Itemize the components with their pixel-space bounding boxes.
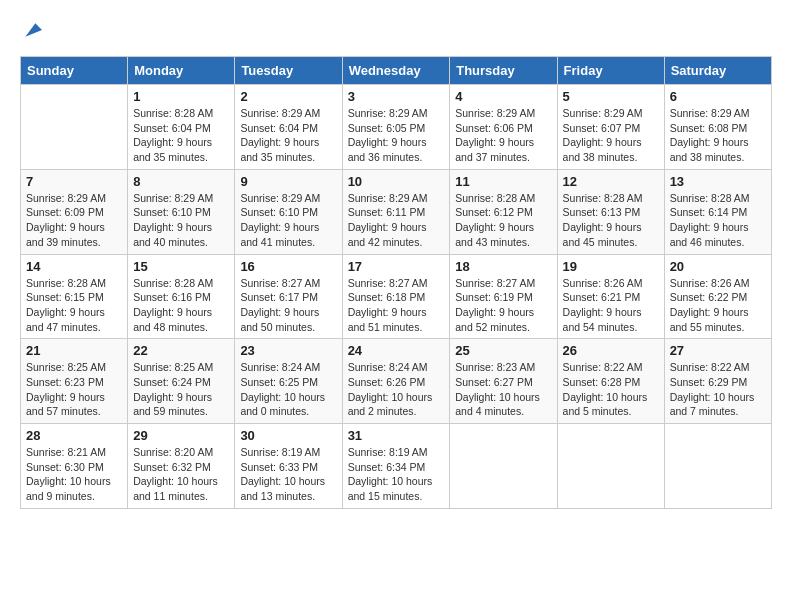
day-detail: Sunrise: 8:27 AMSunset: 6:19 PMDaylight:… (455, 276, 551, 335)
day-detail: Sunrise: 8:29 AMSunset: 6:11 PMDaylight:… (348, 191, 445, 250)
day-detail: Sunrise: 8:29 AMSunset: 6:07 PMDaylight:… (563, 106, 659, 165)
calendar-body: 1Sunrise: 8:28 AMSunset: 6:04 PMDaylight… (21, 85, 772, 509)
day-number: 26 (563, 343, 659, 358)
day-number: 1 (133, 89, 229, 104)
calendar-cell: 20Sunrise: 8:26 AMSunset: 6:22 PMDayligh… (664, 254, 771, 339)
day-number: 3 (348, 89, 445, 104)
day-detail: Sunrise: 8:23 AMSunset: 6:27 PMDaylight:… (455, 360, 551, 419)
calendar-cell: 9Sunrise: 8:29 AMSunset: 6:10 PMDaylight… (235, 169, 342, 254)
logo-icon (22, 20, 42, 40)
day-detail: Sunrise: 8:28 AMSunset: 6:13 PMDaylight:… (563, 191, 659, 250)
day-detail: Sunrise: 8:26 AMSunset: 6:22 PMDaylight:… (670, 276, 766, 335)
day-number: 4 (455, 89, 551, 104)
calendar-cell: 5Sunrise: 8:29 AMSunset: 6:07 PMDaylight… (557, 85, 664, 170)
calendar-cell: 4Sunrise: 8:29 AMSunset: 6:06 PMDaylight… (450, 85, 557, 170)
day-number: 22 (133, 343, 229, 358)
column-header-monday: Monday (128, 57, 235, 85)
day-detail: Sunrise: 8:29 AMSunset: 6:05 PMDaylight:… (348, 106, 445, 165)
calendar-cell: 10Sunrise: 8:29 AMSunset: 6:11 PMDayligh… (342, 169, 450, 254)
day-detail: Sunrise: 8:29 AMSunset: 6:10 PMDaylight:… (133, 191, 229, 250)
calendar-week-row: 7Sunrise: 8:29 AMSunset: 6:09 PMDaylight… (21, 169, 772, 254)
calendar-cell: 25Sunrise: 8:23 AMSunset: 6:27 PMDayligh… (450, 339, 557, 424)
calendar-cell: 3Sunrise: 8:29 AMSunset: 6:05 PMDaylight… (342, 85, 450, 170)
day-detail: Sunrise: 8:25 AMSunset: 6:24 PMDaylight:… (133, 360, 229, 419)
calendar-week-row: 28Sunrise: 8:21 AMSunset: 6:30 PMDayligh… (21, 424, 772, 509)
day-number: 21 (26, 343, 122, 358)
day-number: 23 (240, 343, 336, 358)
day-detail: Sunrise: 8:28 AMSunset: 6:04 PMDaylight:… (133, 106, 229, 165)
calendar-cell (450, 424, 557, 509)
calendar-week-row: 1Sunrise: 8:28 AMSunset: 6:04 PMDaylight… (21, 85, 772, 170)
calendar-cell: 29Sunrise: 8:20 AMSunset: 6:32 PMDayligh… (128, 424, 235, 509)
calendar-cell: 30Sunrise: 8:19 AMSunset: 6:33 PMDayligh… (235, 424, 342, 509)
calendar-cell (557, 424, 664, 509)
calendar-cell: 26Sunrise: 8:22 AMSunset: 6:28 PMDayligh… (557, 339, 664, 424)
calendar-cell: 7Sunrise: 8:29 AMSunset: 6:09 PMDaylight… (21, 169, 128, 254)
day-number: 13 (670, 174, 766, 189)
calendar-cell: 14Sunrise: 8:28 AMSunset: 6:15 PMDayligh… (21, 254, 128, 339)
day-detail: Sunrise: 8:28 AMSunset: 6:12 PMDaylight:… (455, 191, 551, 250)
calendar-cell: 31Sunrise: 8:19 AMSunset: 6:34 PMDayligh… (342, 424, 450, 509)
day-detail: Sunrise: 8:29 AMSunset: 6:04 PMDaylight:… (240, 106, 336, 165)
calendar-table: SundayMondayTuesdayWednesdayThursdayFrid… (20, 56, 772, 509)
column-header-saturday: Saturday (664, 57, 771, 85)
calendar-cell: 13Sunrise: 8:28 AMSunset: 6:14 PMDayligh… (664, 169, 771, 254)
day-number: 9 (240, 174, 336, 189)
calendar-cell: 23Sunrise: 8:24 AMSunset: 6:25 PMDayligh… (235, 339, 342, 424)
day-detail: Sunrise: 8:19 AMSunset: 6:34 PMDaylight:… (348, 445, 445, 504)
day-number: 27 (670, 343, 766, 358)
calendar-cell: 22Sunrise: 8:25 AMSunset: 6:24 PMDayligh… (128, 339, 235, 424)
day-number: 31 (348, 428, 445, 443)
calendar-cell: 24Sunrise: 8:24 AMSunset: 6:26 PMDayligh… (342, 339, 450, 424)
day-number: 18 (455, 259, 551, 274)
day-number: 25 (455, 343, 551, 358)
day-detail: Sunrise: 8:28 AMSunset: 6:14 PMDaylight:… (670, 191, 766, 250)
day-detail: Sunrise: 8:19 AMSunset: 6:33 PMDaylight:… (240, 445, 336, 504)
day-detail: Sunrise: 8:27 AMSunset: 6:18 PMDaylight:… (348, 276, 445, 335)
calendar-cell: 27Sunrise: 8:22 AMSunset: 6:29 PMDayligh… (664, 339, 771, 424)
day-number: 20 (670, 259, 766, 274)
calendar-header-row: SundayMondayTuesdayWednesdayThursdayFrid… (21, 57, 772, 85)
day-number: 15 (133, 259, 229, 274)
day-number: 11 (455, 174, 551, 189)
day-number: 19 (563, 259, 659, 274)
column-header-thursday: Thursday (450, 57, 557, 85)
day-number: 16 (240, 259, 336, 274)
calendar-cell (664, 424, 771, 509)
day-number: 17 (348, 259, 445, 274)
day-number: 7 (26, 174, 122, 189)
calendar-cell: 11Sunrise: 8:28 AMSunset: 6:12 PMDayligh… (450, 169, 557, 254)
day-detail: Sunrise: 8:20 AMSunset: 6:32 PMDaylight:… (133, 445, 229, 504)
column-header-friday: Friday (557, 57, 664, 85)
calendar-cell: 16Sunrise: 8:27 AMSunset: 6:17 PMDayligh… (235, 254, 342, 339)
day-number: 10 (348, 174, 445, 189)
day-number: 2 (240, 89, 336, 104)
calendar-cell: 18Sunrise: 8:27 AMSunset: 6:19 PMDayligh… (450, 254, 557, 339)
day-detail: Sunrise: 8:24 AMSunset: 6:25 PMDaylight:… (240, 360, 336, 419)
calendar-cell: 1Sunrise: 8:28 AMSunset: 6:04 PMDaylight… (128, 85, 235, 170)
day-number: 8 (133, 174, 229, 189)
calendar-week-row: 14Sunrise: 8:28 AMSunset: 6:15 PMDayligh… (21, 254, 772, 339)
day-detail: Sunrise: 8:29 AMSunset: 6:09 PMDaylight:… (26, 191, 122, 250)
calendar-cell: 19Sunrise: 8:26 AMSunset: 6:21 PMDayligh… (557, 254, 664, 339)
svg-marker-0 (25, 23, 42, 36)
day-detail: Sunrise: 8:29 AMSunset: 6:10 PMDaylight:… (240, 191, 336, 250)
day-number: 14 (26, 259, 122, 274)
day-detail: Sunrise: 8:22 AMSunset: 6:29 PMDaylight:… (670, 360, 766, 419)
calendar-cell: 8Sunrise: 8:29 AMSunset: 6:10 PMDaylight… (128, 169, 235, 254)
column-header-wednesday: Wednesday (342, 57, 450, 85)
calendar-cell: 15Sunrise: 8:28 AMSunset: 6:16 PMDayligh… (128, 254, 235, 339)
calendar-cell: 6Sunrise: 8:29 AMSunset: 6:08 PMDaylight… (664, 85, 771, 170)
page-header (20, 20, 772, 40)
day-detail: Sunrise: 8:29 AMSunset: 6:06 PMDaylight:… (455, 106, 551, 165)
calendar-week-row: 21Sunrise: 8:25 AMSunset: 6:23 PMDayligh… (21, 339, 772, 424)
day-detail: Sunrise: 8:25 AMSunset: 6:23 PMDaylight:… (26, 360, 122, 419)
day-detail: Sunrise: 8:27 AMSunset: 6:17 PMDaylight:… (240, 276, 336, 335)
day-number: 24 (348, 343, 445, 358)
day-detail: Sunrise: 8:22 AMSunset: 6:28 PMDaylight:… (563, 360, 659, 419)
calendar-cell (21, 85, 128, 170)
calendar-cell: 28Sunrise: 8:21 AMSunset: 6:30 PMDayligh… (21, 424, 128, 509)
day-number: 29 (133, 428, 229, 443)
day-number: 30 (240, 428, 336, 443)
calendar-cell: 2Sunrise: 8:29 AMSunset: 6:04 PMDaylight… (235, 85, 342, 170)
